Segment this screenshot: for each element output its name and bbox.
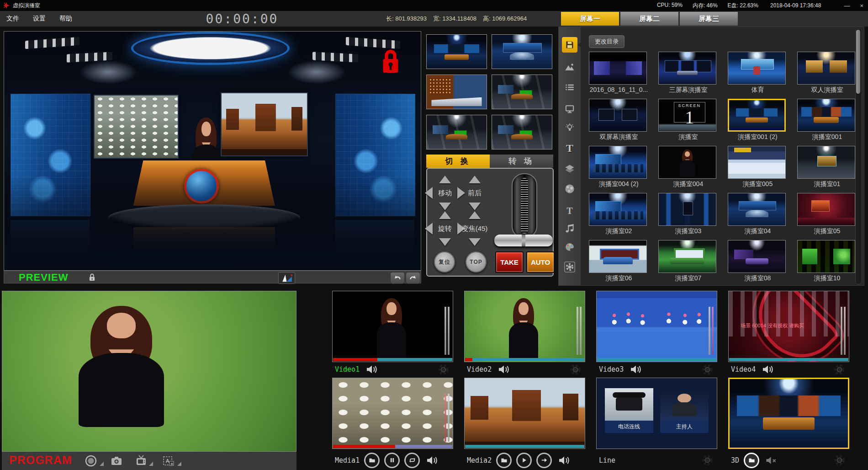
library-scrollbar[interactable] (855, 28, 862, 284)
rotate-left-arrow[interactable] (425, 223, 433, 235)
line-thumbnail[interactable]: 电话连线 主持人 (596, 378, 717, 449)
library-item[interactable]: 演播室01 (797, 146, 857, 188)
open-file-button[interactable] (744, 453, 759, 468)
title-text-icon[interactable]: T (562, 203, 577, 219)
text-icon[interactable]: T (562, 140, 577, 156)
tab-screen-2[interactable]: 屏幕二 (620, 12, 678, 26)
studio-thumbnail[interactable] (797, 193, 855, 226)
next-button[interactable] (536, 453, 552, 468)
video1-thumbnail[interactable] (332, 291, 453, 362)
depth-forward-arrow[interactable] (469, 176, 481, 183)
camera-preset-2[interactable] (492, 34, 552, 69)
chroma-key-button[interactable] (278, 272, 295, 284)
snapshot-camera-button[interactable] (111, 455, 122, 467)
menu-settings[interactable]: 设置 (33, 15, 46, 23)
record-button[interactable] (85, 455, 97, 467)
save-icon[interactable] (562, 37, 577, 53)
palette-icon[interactable] (562, 240, 577, 255)
speaker-icon[interactable] (762, 364, 774, 374)
studio-thumbnail[interactable] (658, 240, 716, 273)
studio-thumbnail[interactable] (658, 52, 716, 85)
video3-thumbnail[interactable] (596, 291, 717, 362)
speaker-icon[interactable] (498, 364, 510, 374)
undo-button[interactable] (390, 272, 405, 284)
library-item[interactable]: 演播室005 (728, 146, 788, 188)
preview-scene[interactable] (4, 31, 421, 271)
library-item[interactable]: 演播室004 (658, 146, 718, 188)
studio-thumbnail[interactable] (589, 99, 647, 132)
rotate-down-arrow[interactable] (439, 238, 451, 246)
speaker-icon[interactable] (630, 364, 642, 374)
scrollbar-thumb[interactable] (856, 30, 860, 94)
loop-button[interactable] (404, 453, 420, 468)
library-item[interactable]: SCREEN1 演播室 (658, 99, 718, 141)
studio-thumbnail[interactable] (589, 240, 647, 273)
library-item-selected[interactable]: 演播室001 (2) (728, 99, 788, 141)
studio-thumbnail[interactable] (728, 146, 786, 179)
reset-button[interactable]: 复位 (434, 251, 455, 272)
speaker-icon[interactable] (426, 455, 438, 465)
library-item[interactable]: 双人演播室 (797, 52, 857, 94)
library-item[interactable]: 演播室004 (2) (589, 146, 649, 188)
zoom-out-arrow[interactable] (469, 238, 481, 246)
layers-icon[interactable] (562, 161, 577, 177)
open-file-button[interactable] (364, 453, 380, 468)
source-settings-gear-icon[interactable] (569, 363, 582, 376)
camera-preset-1[interactable] (426, 34, 487, 69)
music-icon[interactable] (562, 220, 577, 236)
tab-transition[interactable]: 转 场 (490, 155, 553, 168)
library-item[interactable]: 演播室04 (728, 193, 788, 235)
library-item[interactable]: 体育 (728, 52, 788, 94)
library-item[interactable]: 演播室07 (658, 240, 718, 283)
redo-button[interactable] (406, 272, 420, 284)
studio-thumbnail[interactable] (797, 146, 855, 179)
library-item[interactable]: 演播室001 (797, 99, 857, 141)
video4-thumbnail[interactable]: 场景 60014 没有授权 请购买 (728, 291, 849, 362)
keying-options-dropdown[interactable] (177, 462, 181, 466)
sphere-icon[interactable] (562, 181, 577, 197)
library-item[interactable]: 2016_08_16_11_0... (589, 52, 649, 93)
studio-thumbnail[interactable] (589, 193, 647, 226)
program-monitor[interactable]: PROGRAM A B (2, 291, 296, 470)
settings-gear-icon[interactable] (562, 259, 577, 275)
studio-thumbnail[interactable] (728, 240, 786, 273)
pause-button[interactable] (384, 453, 400, 468)
studio-thumbnail[interactable] (658, 146, 716, 179)
lock-icon[interactable] (89, 273, 95, 282)
t-bar-track[interactable] (512, 173, 537, 238)
program-scene[interactable] (2, 291, 296, 452)
studio-thumbnail[interactable] (728, 52, 786, 85)
monitor-icon[interactable] (562, 101, 577, 117)
move-down-arrow[interactable] (439, 203, 451, 210)
list-icon[interactable] (562, 80, 577, 95)
tab-screen-3[interactable]: 屏幕三 (680, 12, 738, 26)
tab-switch[interactable]: 切 换 (426, 155, 490, 168)
preview-monitor[interactable]: PREVIEW (4, 31, 421, 283)
move-up-arrow[interactable] (439, 176, 451, 183)
video2-thumbnail[interactable] (464, 291, 585, 362)
top-button[interactable]: TOP (466, 251, 487, 272)
camera-preset-6[interactable] (492, 115, 552, 150)
tv-output-button[interactable] (135, 455, 147, 467)
menu-help[interactable]: 帮助 (59, 15, 72, 23)
camera-preset-3[interactable] (426, 75, 487, 109)
change-directory-button[interactable]: 更改目录 (589, 35, 625, 48)
depth-back-arrow[interactable] (469, 203, 481, 210)
media2-thumbnail[interactable] (464, 378, 585, 449)
source-settings-gear-icon[interactable] (437, 363, 450, 376)
source-settings-gear-icon[interactable] (701, 363, 714, 376)
tab-screen-1[interactable]: 屏幕一 (561, 12, 619, 26)
play-button[interactable] (516, 453, 532, 468)
rotate-up-arrow[interactable] (439, 211, 451, 219)
library-item[interactable]: 演播室06 (589, 240, 649, 283)
t-bar-handle[interactable] (494, 235, 553, 246)
zoom-in-arrow[interactable] (469, 211, 481, 219)
speaker-muted-icon[interactable] (766, 455, 778, 465)
open-file-button[interactable] (496, 453, 512, 468)
library-item[interactable]: 演播室05 (797, 193, 857, 235)
take-button[interactable]: TAKE (495, 251, 524, 273)
tv-options-dropdown[interactable] (149, 462, 153, 466)
move-left-arrow[interactable] (425, 187, 433, 199)
media1-thumbnail[interactable] (332, 378, 453, 449)
studio-thumbnail[interactable]: SCREEN1 (658, 99, 716, 132)
